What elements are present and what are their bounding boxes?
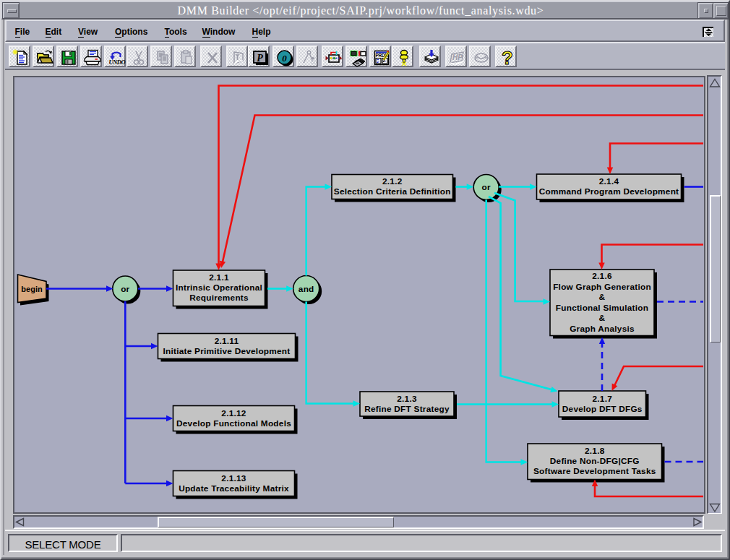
svg-text:Selection Criteria Definition: Selection Criteria Definition <box>334 186 451 197</box>
svg-text:and: and <box>299 284 314 294</box>
svg-text:Update Traceability Matrix: Update Traceability Matrix <box>179 483 289 494</box>
svg-text:2.1.13: 2.1.13 <box>221 473 246 483</box>
svg-text:2.1.4: 2.1.4 <box>599 176 619 186</box>
svg-text:Intrinsic Operational: Intrinsic Operational <box>176 283 262 293</box>
svg-text:0: 0 <box>282 53 287 64</box>
svg-text:or: or <box>482 182 491 192</box>
svg-text:2.1.11: 2.1.11 <box>215 336 239 346</box>
svg-text:&: & <box>599 313 606 323</box>
svg-text:2.1.6: 2.1.6 <box>592 271 612 281</box>
svg-text:P: P <box>257 53 263 64</box>
svg-text:begin: begin <box>21 285 43 293</box>
svg-text:Initiate Primitive Development: Initiate Primitive Development <box>163 346 291 356</box>
svg-text:UNDO: UNDO <box>108 59 125 66</box>
svg-text:Refine DFT Strategy: Refine DFT Strategy <box>364 404 450 414</box>
svg-text:Develop Functional Models: Develop Functional Models <box>176 418 291 428</box>
svg-text:2.1.12: 2.1.12 <box>221 408 246 418</box>
svg-text:Functional Simulation: Functional Simulation <box>556 303 648 313</box>
svg-text:2.1.2: 2.1.2 <box>382 176 403 186</box>
svg-text:Graph Analysis: Graph Analysis <box>570 324 635 334</box>
svg-text:2.1.1: 2.1.1 <box>209 272 229 283</box>
svg-text:Software Development Tasks: Software Development Tasks <box>533 466 656 476</box>
svg-text:?: ? <box>502 48 513 67</box>
svg-text:or: or <box>121 284 129 294</box>
svg-text:2.1.8: 2.1.8 <box>585 446 605 456</box>
svg-text:Flow Graph Generation: Flow Graph Generation <box>553 282 651 292</box>
svg-text:Define Non-DFG|CFG: Define Non-DFG|CFG <box>550 456 640 466</box>
svg-text:&: & <box>599 292 606 302</box>
svg-text:Develop DFT DFGs: Develop DFT DFGs <box>562 404 643 414</box>
svg-text:2.1.3: 2.1.3 <box>397 394 417 404</box>
svg-text:Command Program Development: Command Program Development <box>539 186 679 197</box>
svg-text:HP: HP <box>452 53 463 61</box>
svg-text:2.1.7: 2.1.7 <box>593 394 613 404</box>
svg-text:Requirements: Requirements <box>189 293 249 303</box>
